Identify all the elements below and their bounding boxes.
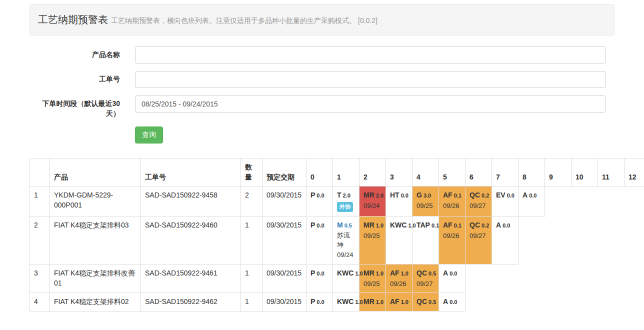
process-code: MR (364, 191, 374, 199)
column-header-delivery: 预定交期 (262, 158, 306, 186)
column-header-day: 12 (624, 158, 644, 186)
column-header-day: 5 (439, 158, 466, 186)
product-cell: FIAT K4稳定支架排料02 (50, 293, 141, 312)
column-header-day: 10 (572, 158, 598, 186)
column-header-product: 产品 (50, 158, 141, 186)
process-value: 0.0 (529, 192, 536, 198)
process-value: 1.0 (355, 270, 362, 276)
process-cell: A0.0 (439, 293, 466, 312)
process-cell: A0.0 (518, 186, 545, 216)
process-value: 1.0 (408, 222, 416, 228)
process-code: P (310, 269, 315, 277)
process-value: 0.1 (454, 192, 462, 198)
quantity-cell: 2 (241, 186, 262, 216)
process-code[interactable]: M (337, 221, 343, 229)
column-header-day: 8 (518, 158, 545, 186)
process-cell: T2.0外协 (333, 186, 360, 216)
process-cell: AF0.109/26 (439, 186, 466, 216)
delivery-date-cell: 09/30/2015 (262, 293, 306, 312)
process-date: 09/24 (337, 250, 355, 260)
process-code: AF (390, 269, 400, 277)
process-cell: MR1.009/25 (360, 264, 386, 293)
process-value: 1.0 (376, 222, 384, 228)
process-value: 2.0 (376, 192, 384, 198)
process-cell: KWC1.0 (333, 293, 360, 312)
process-value: 3.0 (424, 192, 431, 198)
work-order-label: 工单号 (30, 71, 120, 88)
process-value[interactable]: 0.5 (344, 222, 352, 228)
column-header-day: 6 (466, 158, 492, 186)
column-header-day: 3 (386, 158, 412, 186)
process-code: AF (390, 298, 400, 306)
warning-table-body: 1YKDM-GDM-5229-000P001SAD-SAD150922-9458… (30, 186, 644, 312)
date-range-input[interactable] (135, 96, 606, 112)
person-name: 苏流坤 (337, 231, 355, 250)
process-cell: QC0.509/27 (412, 264, 439, 293)
process-cell: P0.0 (306, 216, 333, 264)
process-value: 0.1 (432, 222, 439, 228)
process-date: 09/27 (416, 280, 434, 289)
form-row-date-range: 下单时间段（默认最近30天） (30, 96, 606, 119)
column-header-day: 1 (333, 158, 360, 186)
process-cell: MR2.009/24 (360, 186, 386, 216)
process-cell: A0.0 (439, 264, 466, 293)
process-value: 1.0 (376, 270, 384, 276)
row-index: 4 (30, 293, 50, 312)
work-order-input[interactable] (135, 71, 606, 88)
process-date: 09/26 (390, 280, 408, 289)
process-value: 0.0 (316, 222, 324, 228)
process-cell: EV0.0 (492, 186, 518, 216)
process-cell: QC0.209/27 (466, 216, 492, 264)
process-code: KWC (390, 221, 406, 229)
process-code: MR (364, 221, 374, 229)
quantity-cell: 1 (241, 264, 262, 293)
product-name-label: 产品名称 (30, 46, 120, 64)
process-cell: P0.0 (306, 293, 333, 312)
process-value: 2.0 (343, 192, 350, 198)
process-code: G (416, 191, 422, 199)
row-index: 3 (30, 264, 50, 293)
process-code: MR (364, 269, 374, 277)
process-cell: G3.009/25 (412, 186, 439, 216)
process-value: 0.0 (316, 299, 324, 305)
process-date: 09/25 (416, 202, 434, 211)
process-cell: P0.0 (306, 264, 333, 293)
process-value: 0.2 (482, 222, 489, 228)
process-value: 0.0 (401, 192, 408, 198)
process-code: AF (443, 221, 452, 229)
search-form: 产品名称 工单号 下单时间段（默认最近30天） 查询 (30, 46, 606, 144)
badge-wrap: 外协 (337, 200, 355, 212)
process-cell: P0.0 (306, 186, 333, 216)
warning-table: 产品工单号数量预定交期0123456789101112 1YKDM-GDM-52… (30, 158, 644, 312)
process-cell: AF1.0 (386, 293, 412, 312)
process-value: 0.1 (454, 222, 462, 228)
outsource-badge: 外协 (337, 202, 353, 212)
process-date: 09/25 (364, 232, 382, 241)
quantity-cell: 1 (241, 293, 262, 312)
process-value: 0.0 (502, 222, 510, 228)
process-cell: MR1.009/25 (360, 216, 386, 264)
process-value: 0.0 (450, 299, 457, 305)
row-index: 2 (30, 216, 50, 264)
column-header-day: 9 (545, 158, 572, 186)
process-code: HT (390, 191, 400, 199)
process-cell: KWC1.0 (386, 216, 412, 264)
process-code: MR (364, 298, 374, 306)
delivery-date-cell: 09/30/2015 (262, 264, 306, 293)
header-row: 产品工单号数量预定交期0123456789101112 (30, 158, 644, 186)
process-code: A (522, 191, 528, 199)
query-button[interactable]: 查询 (135, 126, 163, 144)
process-date: 09/24 (364, 202, 382, 211)
process-value: 0.0 (316, 192, 324, 198)
form-row-actions: 查询 (135, 126, 606, 144)
column-header-day: 4 (412, 158, 439, 186)
work-order-cell: SAD-SAD150922-9460 (141, 216, 241, 264)
empty-cell (466, 293, 644, 312)
product-name-input[interactable] (135, 46, 606, 64)
table-row: 1YKDM-GDM-5229-000P001SAD-SAD150922-9458… (30, 186, 644, 216)
process-code: T (337, 191, 342, 199)
page: 工艺纳期预警表工艺纳期预警表，横向色块列表。注意仅适用于多品种小批量的生产采购模… (0, 0, 644, 312)
process-cell: M0.5苏流坤09/24 (333, 216, 360, 264)
process-cell: TAP0.1 (412, 216, 439, 264)
process-value: 0.2 (482, 192, 489, 198)
